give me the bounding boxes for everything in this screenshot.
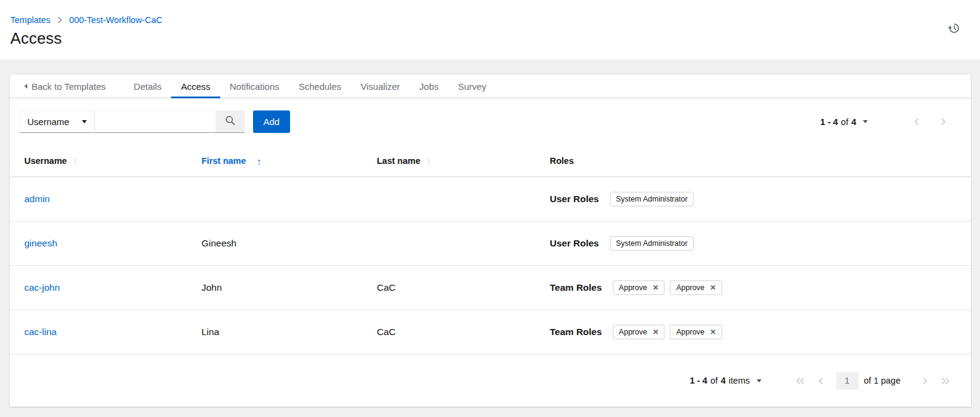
table-row: cac-lina Lina CaC Team Roles Approve ✕ A… — [10, 310, 971, 354]
add-button[interactable]: Add — [253, 110, 290, 133]
role-type-label: User Roles — [550, 194, 599, 205]
role-chips: System Administrator — [610, 236, 694, 251]
role-type-label: User Roles — [550, 238, 599, 249]
first-name-cell: Gineesh — [187, 238, 362, 249]
caret-down-icon — [82, 120, 87, 123]
user-link[interactable]: admin — [24, 194, 50, 204]
column-header-first-name[interactable]: First name ↑ — [187, 156, 362, 166]
pagination-top-menu-toggle[interactable]: 1 - 4 of 4 — [820, 117, 868, 127]
username-cell: cac-john — [10, 282, 187, 293]
access-card: Back to Templates Details Access Notific… — [10, 75, 971, 407]
search-input[interactable] — [95, 110, 216, 133]
pagination-range: 1 - 4 — [820, 117, 838, 127]
tab-access[interactable]: Access — [171, 75, 220, 98]
roles-cell: User Roles System Administrator — [535, 236, 971, 251]
role-chip-label: System Administrator — [616, 239, 688, 248]
breadcrumb: Templates 000-Test-Workflow-CaC — [10, 15, 965, 25]
tab-label: Notifications — [230, 81, 280, 92]
pagination-total: 4 — [721, 376, 726, 385]
user-link[interactable]: cac-lina — [24, 327, 56, 337]
table-row: admin User Roles System Administrator — [10, 177, 971, 222]
page-count-label: of 1 page — [864, 376, 901, 385]
tab-label: Jobs — [419, 81, 439, 92]
pagination-range: 1 - 4 — [690, 376, 708, 385]
tab-details[interactable]: Details — [124, 75, 171, 98]
filter-key-select[interactable]: Username — [19, 110, 95, 133]
tab-survey[interactable]: Survey — [448, 75, 496, 98]
page-header: Templates 000-Test-Workflow-CaC Access — [0, 0, 980, 59]
search-button[interactable] — [216, 110, 245, 133]
username-cell: admin — [10, 194, 187, 205]
back-to-templates-link[interactable]: Back to Templates — [15, 75, 115, 98]
last-name-cell: CaC — [362, 282, 535, 293]
sort-icon: ↕ — [73, 156, 77, 166]
tab-jobs[interactable]: Jobs — [410, 75, 448, 98]
role-chip: Approve ✕ — [670, 280, 722, 295]
first-page-button[interactable] — [791, 370, 811, 392]
breadcrumb-link-template-name[interactable]: 000-Test-Workflow-CaC — [69, 15, 163, 25]
sort-ascending-icon: ↑ — [257, 156, 262, 166]
user-link[interactable]: cac-john — [24, 282, 60, 293]
pagination-bottom-menu-toggle[interactable]: 1 - 4 of 4 items — [690, 376, 762, 385]
angle-right-icon — [940, 117, 947, 126]
roles-cell: User Roles System Administrator — [535, 192, 971, 206]
pagination-top-nav — [903, 110, 956, 133]
filter-key-selected-label: Username — [27, 117, 69, 127]
role-chip: System Administrator — [610, 236, 694, 251]
caret-down-icon — [757, 379, 762, 382]
first-name-cell: Lina — [187, 327, 362, 337]
angle-double-right-icon — [941, 376, 950, 385]
toolbar: Username Add 1 - 4 of 4 — [10, 98, 971, 145]
column-header-username[interactable]: Username ↕ — [10, 156, 187, 166]
pagination-top: 1 - 4 of 4 — [820, 110, 956, 133]
remove-chip-icon[interactable]: ✕ — [710, 328, 716, 336]
role-type-label: Team Roles — [550, 327, 602, 337]
tab-visualizer[interactable]: Visualizer — [351, 75, 410, 98]
role-chip-label: Approve — [676, 328, 705, 336]
remove-chip-icon[interactable]: ✕ — [710, 284, 716, 291]
breadcrumb-link-templates[interactable]: Templates — [10, 15, 50, 25]
tab-label: Details — [133, 81, 161, 92]
role-chip: Approve ✕ — [670, 325, 722, 339]
history-icon — [948, 27, 961, 36]
next-page-button[interactable] — [915, 370, 935, 392]
table-row: cac-john John CaC Team Roles Approve ✕ A… — [10, 266, 971, 310]
pagination-bottom: 1 - 4 of 4 items of 1 page — [690, 370, 955, 392]
column-label: Username — [24, 156, 67, 166]
first-name-cell: John — [187, 282, 362, 293]
history-button[interactable] — [947, 21, 962, 38]
tab-schedules[interactable]: Schedules — [289, 75, 351, 98]
username-cell: cac-lina — [10, 327, 187, 337]
angle-double-left-icon — [796, 376, 805, 385]
last-name-cell: CaC — [362, 327, 535, 337]
table-header-row: Username ↕ First name ↑ Last name ↕ Role… — [10, 145, 971, 177]
role-type-label: Team Roles — [550, 282, 602, 293]
tab-label: Survey — [458, 81, 487, 92]
pagination-bottom-nav: of 1 page — [791, 370, 955, 392]
pagination-total: 4 — [851, 117, 856, 127]
angle-right-icon — [922, 376, 928, 385]
role-chips: System Administrator — [610, 192, 694, 206]
remove-chip-icon[interactable]: ✕ — [652, 328, 658, 336]
remove-chip-icon[interactable]: ✕ — [652, 284, 658, 291]
column-header-roles: Roles — [535, 156, 971, 166]
back-to-templates-label: Back to Templates — [32, 81, 106, 92]
column-label: Roles — [550, 156, 574, 166]
next-page-button[interactable] — [930, 110, 956, 133]
breadcrumb-separator-icon — [57, 16, 63, 24]
role-chip: Approve ✕ — [613, 280, 665, 295]
last-page-button[interactable] — [935, 370, 955, 392]
role-chip: Approve ✕ — [613, 325, 665, 339]
page-title: Access — [10, 29, 965, 48]
role-chip-label: Approve — [619, 283, 647, 292]
previous-page-button[interactable] — [811, 370, 831, 392]
role-chips: Approve ✕ Approve ✕ — [613, 280, 722, 295]
column-header-last-name[interactable]: Last name ↕ — [362, 156, 535, 166]
search-icon — [225, 115, 235, 127]
previous-page-button[interactable] — [903, 110, 930, 133]
angle-left-icon — [913, 117, 920, 126]
current-page-input[interactable] — [836, 372, 859, 390]
user-link[interactable]: gineesh — [24, 238, 57, 248]
tab-notifications[interactable]: Notifications — [220, 75, 289, 98]
tab-label: Access — [181, 81, 210, 92]
